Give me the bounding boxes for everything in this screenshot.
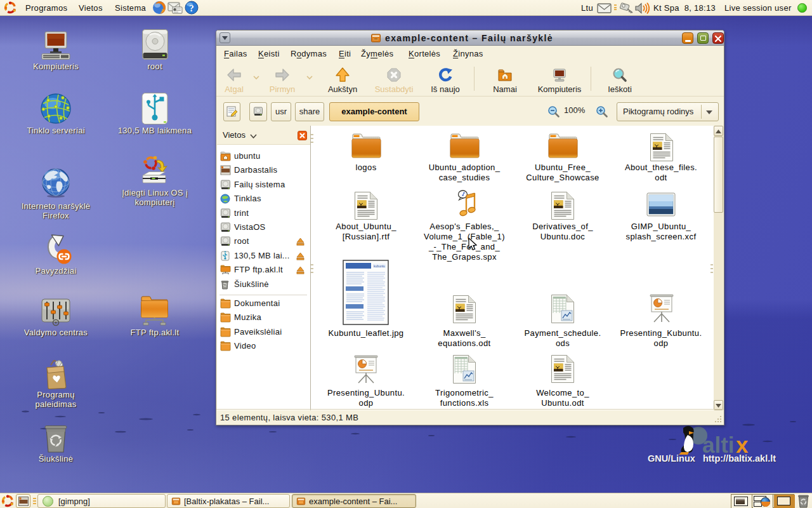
svg-text:GNU/Linux http://baltix.akl.: GNU/Linux http://baltix.akl.lt bbox=[648, 453, 776, 464]
svg-text:kubuntu: kubuntu bbox=[374, 264, 385, 268]
svg-text:?: ? bbox=[189, 3, 194, 13]
